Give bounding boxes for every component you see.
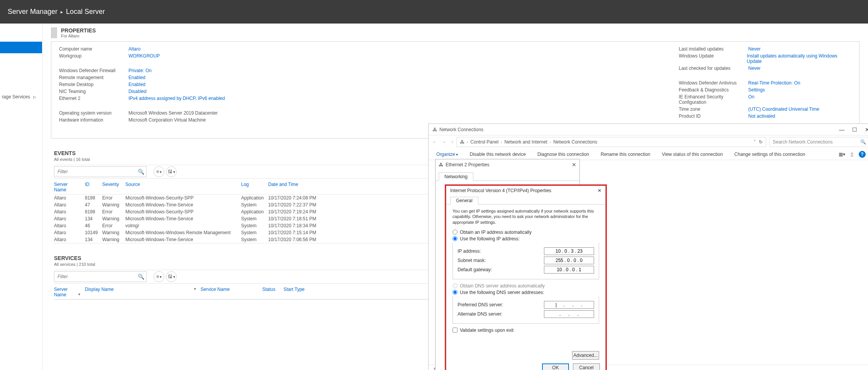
dns-group: Preferred DNS server: Alternate DNS serv… (453, 296, 599, 324)
cell: 47 (85, 202, 102, 208)
column-header[interactable]: Start Type (284, 287, 322, 297)
events-filter[interactable]: 🔍 (54, 166, 147, 177)
ok-button[interactable]: OK (542, 363, 569, 370)
property-value[interactable]: IPv4 address assigned by DHCP, IPv6 enab… (128, 96, 225, 101)
up-icon[interactable]: ↑ (451, 139, 453, 145)
tab-general[interactable]: General (450, 197, 478, 204)
dialog-titlebar[interactable]: 🖧Ethernet 2 Properties ✕ (436, 159, 579, 170)
validate-checkbox[interactable] (453, 328, 458, 333)
property-value[interactable]: WORKGROUP (128, 53, 160, 59)
radio-input[interactable] (453, 230, 458, 235)
search-icon[interactable]: 🔍 (135, 274, 146, 280)
view-icons-button[interactable]: ▦▾ (839, 152, 845, 157)
services-save-button[interactable]: 🖫 (166, 271, 177, 282)
dialog-tabs: General (446, 195, 605, 204)
cmd-status[interactable]: View status of this connection (662, 152, 723, 157)
property-value[interactable]: Altaro (128, 46, 140, 52)
dialog-titlebar[interactable]: Internet Protocol Version 4 (TCP/IPv4) P… (446, 186, 605, 195)
property-row: Last installed updatesNever (679, 46, 852, 52)
validate-checkbox-row[interactable]: Validate settings upon exit (453, 328, 599, 333)
breadcrumb[interactable]: 🖧› Control Panel› Network and Internet› … (456, 137, 766, 147)
radio-auto-ip[interactable]: Obtain an IP address automatically (453, 230, 599, 235)
events-filter-input[interactable] (54, 169, 135, 174)
net-icon: 🖧 (460, 139, 464, 145)
refresh-icon[interactable]: ↻ (759, 139, 763, 145)
services-filter-input[interactable] (54, 274, 135, 279)
sidebar-selected[interactable] (0, 42, 42, 53)
cmd-disable[interactable]: Disable this network device (469, 152, 525, 157)
property-row: Windows Defender FirewallPrivate: On (59, 68, 679, 73)
chevron-down-icon[interactable]: ˅ (754, 139, 756, 145)
app-titlebar: Server Manager ▸ Local Server (0, 0, 868, 24)
column-header[interactable]: Status (262, 287, 284, 297)
property-value[interactable]: Private: On (128, 68, 152, 73)
dialog-description: You can get IP settings assigned automat… (453, 208, 599, 225)
default-gateway-input[interactable] (544, 266, 594, 274)
cmd-diagnose[interactable]: Diagnose this connection (537, 152, 589, 157)
cancel-button[interactable]: Cancel (573, 363, 600, 370)
property-value[interactable]: Install updates automatically using Wind… (747, 53, 851, 64)
property-value[interactable]: Never (748, 46, 761, 52)
alternate-dns-input[interactable] (544, 310, 594, 318)
property-label: Last installed updates (679, 46, 748, 52)
property-value[interactable]: Not activated (748, 113, 775, 119)
column-header[interactable]: Severity (102, 182, 125, 193)
column-header[interactable]: ID (85, 182, 102, 193)
column-header[interactable]: Server Name (54, 182, 85, 193)
properties-header: PROPERTIES For Altaro (51, 27, 868, 38)
cmd-rename[interactable]: Rename this connection (601, 152, 650, 157)
minimize-icon[interactable]: — (839, 127, 844, 133)
events-save-button[interactable]: 🖫 (166, 166, 177, 177)
cell: Application (241, 195, 268, 201)
window-titlebar[interactable]: 🖧Network Connections — ☐ ✕ (429, 124, 868, 135)
cell: Altaro (54, 195, 85, 201)
radio-static-ip[interactable]: Use the following IP address: (453, 236, 599, 242)
property-value[interactable]: Enabled (128, 82, 145, 87)
search-box[interactable]: Search Network Connections 🔍 (769, 137, 868, 147)
preview-pane-button[interactable]: ▯ (851, 152, 853, 157)
column-header[interactable]: Display Name (85, 287, 201, 297)
tab-networking[interactable]: Networking (439, 172, 473, 181)
radio-static-dns[interactable]: Use the following DNS server addresses: (453, 290, 599, 295)
column-header[interactable]: Service Name (201, 287, 262, 297)
property-value[interactable]: On (748, 94, 755, 105)
column-header[interactable]: Source (125, 182, 241, 193)
property-value[interactable]: Disabled (128, 89, 147, 94)
services-filter[interactable]: 🔍 (54, 271, 147, 282)
cmd-change[interactable]: Change settings of this connection (735, 152, 805, 157)
maximize-icon[interactable]: ☐ (852, 127, 857, 133)
crumb0[interactable]: Control Panel (470, 139, 498, 145)
crumb2[interactable]: Network Connections (553, 139, 597, 145)
services-view-button[interactable]: ≡ (154, 271, 164, 282)
organize-button[interactable]: Organize (436, 152, 458, 157)
property-value[interactable]: Enabled (128, 75, 145, 80)
cell: Warning (102, 216, 125, 221)
dialog-title: Ethernet 2 Properties (446, 162, 489, 167)
column-header[interactable]: Date and Time (268, 182, 338, 193)
close-icon[interactable]: ✕ (865, 127, 868, 133)
subnet-mask-input[interactable] (544, 257, 594, 264)
column-header[interactable]: Log (241, 182, 268, 193)
help-icon[interactable]: ? (859, 151, 866, 158)
events-view-button[interactable]: ≡ (154, 166, 164, 177)
property-value[interactable]: Real-Time Protection: On (748, 80, 800, 86)
radio-input[interactable] (453, 236, 458, 241)
ip-address-input[interactable] (544, 247, 594, 255)
radio-label: Obtain DNS server address automatically (460, 283, 545, 289)
sidebar-item-storage[interactable]: rage Services ▷ (0, 91, 42, 103)
close-icon[interactable]: ✕ (572, 162, 576, 168)
property-value[interactable]: Settings (748, 87, 765, 93)
back-icon[interactable]: ← (432, 139, 437, 145)
preferred-dns-input[interactable] (544, 301, 594, 309)
search-icon[interactable]: 🔍 (860, 139, 866, 145)
search-icon[interactable]: 🔍 (135, 169, 146, 175)
property-value[interactable]: (UTC) Coordinated Universal Time (748, 106, 819, 112)
radio-input[interactable] (453, 290, 458, 295)
close-icon[interactable]: ✕ (598, 188, 601, 193)
forward-icon[interactable]: → (442, 139, 446, 145)
property-value[interactable]: Never (748, 66, 761, 71)
crumb1[interactable]: Network and Internet (504, 139, 547, 145)
advanced-button[interactable]: Advanced... (572, 351, 599, 360)
radio-auto-dns: Obtain DNS server address automatically (453, 283, 599, 289)
column-header[interactable]: Server Name (54, 287, 85, 297)
